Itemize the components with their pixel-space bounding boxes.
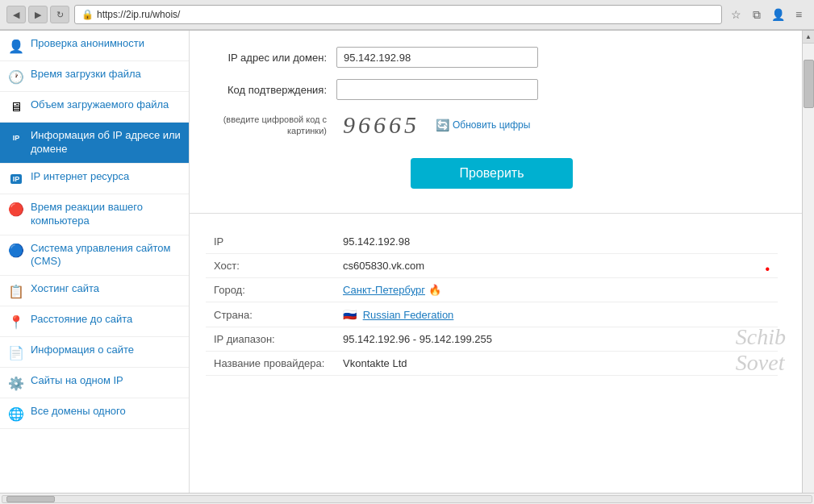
- sidebar-item-ip-resource[interactable]: IP IP интернет ресурса: [0, 164, 189, 194]
- sidebar-item-anonymity[interactable]: 👤 Проверка анонимности: [0, 31, 189, 61]
- all-domains-icon: 🌐: [8, 406, 24, 422]
- city-link[interactable]: Санкт-Петербург: [343, 284, 425, 296]
- browser-toolbar: ◀ ▶ ↻ 🔒 https://2ip.ru/whois/ ☆ ⧉ 👤 ≡: [0, 0, 814, 30]
- ip-field-label: IP адрес или домен:: [206, 52, 327, 64]
- sidebar-label-ip-resource: IP интернет ресурса: [31, 170, 129, 184]
- sidebar-label-site-info: Информация о сайте: [31, 344, 134, 357]
- sidebar-label-reaction: Время реакции вашего компьютера: [31, 201, 181, 228]
- country-result-label: Страна:: [206, 302, 335, 327]
- reaction-icon: 🔴: [8, 202, 24, 218]
- ip-result-value: 95.142.192.98: [335, 230, 778, 254]
- address-bar[interactable]: 🔒 https://2ip.ru/whois/: [74, 5, 722, 24]
- refresh-icon: 🔄: [436, 119, 449, 131]
- ip-resource-badge: IP: [10, 174, 23, 184]
- sidebar-item-hosting[interactable]: 📋 Хостинг сайта: [0, 276, 189, 306]
- hosting-icon: 📋: [8, 283, 24, 299]
- scrollbar-thumb[interactable]: [804, 60, 814, 108]
- sidebar-label-same-ip: Сайты на одном IP: [31, 374, 123, 388]
- forward-button[interactable]: ▶: [28, 6, 48, 23]
- distance-icon: 📍: [8, 314, 24, 330]
- captcha-row: (введите цифровой код с картинки) 96665 …: [206, 111, 778, 139]
- country-result-value: 🇷🇺 Russian Federation: [335, 302, 778, 327]
- sidebar-label-distance: Расстояние до сайта: [31, 313, 132, 327]
- ip-badge: IP: [10, 133, 23, 143]
- ip-input-row: IP адрес или домен:: [206, 47, 778, 68]
- bottom-scrollbar: [0, 493, 814, 504]
- sidebar-item-distance[interactable]: 📍 Расстояние до сайта: [0, 306, 189, 337]
- flag-icon: 🇷🇺: [343, 308, 357, 321]
- submit-button[interactable]: Проверить: [411, 158, 572, 189]
- same-ip-icon: ⚙️: [8, 375, 24, 391]
- sidebar-item-file-size[interactable]: 🖥 Объем загружаемого файла: [0, 92, 189, 123]
- code-input[interactable]: [336, 79, 538, 100]
- table-row-ip: IP 95.142.192.98: [206, 230, 778, 254]
- anonymity-icon: 👤: [8, 38, 24, 54]
- copy-icon[interactable]: ⧉: [748, 6, 766, 23]
- provider-result-value: Vkontakte Ltd: [335, 352, 778, 376]
- scrollbar-up-arrow[interactable]: ▲: [803, 31, 814, 44]
- sidebar-label-ip-info: Информация об IP адресе или домене: [31, 129, 181, 156]
- star-icon[interactable]: ☆: [727, 6, 745, 23]
- table-row-host: Хост: cs605830.vk.com: [206, 254, 778, 278]
- account-icon[interactable]: 👤: [769, 6, 787, 23]
- site-info-icon: 📄: [8, 344, 24, 360]
- results-table: IP 95.142.192.98 Хост: cs605830.vk.com Г…: [206, 230, 778, 376]
- reload-button[interactable]: ↻: [50, 6, 69, 23]
- city-result-value: Санкт-Петербург 🔥: [335, 278, 778, 302]
- back-button[interactable]: ◀: [6, 6, 26, 23]
- menu-icon[interactable]: ≡: [790, 6, 808, 23]
- bottom-scrollbar-track[interactable]: [2, 495, 812, 503]
- results-section: • IP 95.142.192.98 Хост: cs605830.vk.com…: [190, 214, 802, 392]
- city-result-label: Город:: [206, 278, 335, 302]
- sidebar-item-ip-info[interactable]: IP Информация об IP адресе или домене: [0, 123, 189, 164]
- provider-result-label: Название провайдера:: [206, 352, 335, 376]
- ip-resource-icon: IP: [8, 171, 24, 187]
- table-row-city: Город: Санкт-Петербург 🔥: [206, 278, 778, 302]
- browser-chrome: ◀ ▶ ↻ 🔒 https://2ip.ru/whois/ ☆ ⧉ 👤 ≡: [0, 0, 814, 31]
- red-dot: •: [765, 262, 770, 277]
- host-result-value: cs605830.vk.com: [335, 254, 778, 278]
- lock-icon: 🔒: [81, 9, 94, 20]
- sidebar-item-cms[interactable]: 🔵 Система управления сайтом (CMS): [0, 235, 189, 277]
- ip-result-label: IP: [206, 230, 335, 254]
- sidebar-label-anonymity: Проверка анонимности: [31, 37, 144, 51]
- sidebar-label-cms: Система управления сайтом (CMS): [31, 242, 181, 269]
- table-row-range: IP диапазон: 95.142.192.96 - 95.142.199.…: [206, 327, 778, 352]
- sidebar-item-download-time[interactable]: 🕐 Время загрузки файла: [0, 61, 189, 92]
- bottom-scrollbar-thumb[interactable]: [6, 496, 55, 502]
- range-result-value: 95.142.192.96 - 95.142.199.255: [335, 327, 778, 352]
- submit-row: Проверить: [206, 150, 778, 197]
- sidebar-item-all-domains[interactable]: 🌐 Все домены одного: [0, 398, 189, 429]
- scrollbar-track: ▲: [802, 31, 814, 493]
- ip-input[interactable]: [336, 47, 538, 68]
- sidebar-label-download-time: Время загрузки файла: [31, 68, 141, 81]
- sidebar-item-reaction[interactable]: 🔴 Время реакции вашего компьютера: [0, 194, 189, 235]
- sidebar-label-all-domains: Все домены одного: [31, 405, 126, 419]
- code-field-label: Код подтверждения:: [206, 84, 327, 96]
- host-result-label: Хост:: [206, 254, 335, 278]
- fire-icon: 🔥: [428, 284, 441, 296]
- file-size-icon: 🖥: [8, 99, 24, 115]
- refresh-label: Обновить цифры: [453, 119, 530, 131]
- sidebar-label-hosting: Хостинг сайта: [31, 282, 99, 296]
- browser-icons: ☆ ⧉ 👤 ≡: [727, 6, 808, 23]
- page-area: IP адрес или домен: Код подтверждения: (…: [190, 31, 802, 493]
- sidebar-label-file-size: Объем загружаемого файла: [31, 98, 169, 112]
- ip-info-icon: IP: [8, 130, 24, 146]
- sidebar-item-same-ip[interactable]: ⚙️ Сайты на одном IP: [0, 368, 189, 398]
- cms-icon: 🔵: [8, 243, 24, 259]
- code-input-row: Код подтверждения:: [206, 79, 778, 100]
- country-link[interactable]: Russian Federation: [363, 309, 454, 321]
- table-row-country: Страна: 🇷🇺 Russian Federation: [206, 302, 778, 327]
- refresh-link[interactable]: 🔄 Обновить цифры: [436, 119, 530, 131]
- nav-buttons: ◀ ▶ ↻: [6, 6, 69, 23]
- captcha-image: 96665: [343, 111, 420, 139]
- sidebar-item-site-info[interactable]: 📄 Информация о сайте: [0, 337, 189, 368]
- download-time-icon: 🕐: [8, 69, 24, 85]
- table-row-provider: Название провайдера: Vkontakte Ltd: [206, 352, 778, 376]
- range-result-label: IP диапазон:: [206, 327, 335, 352]
- sidebar: 👤 Проверка анонимности 🕐 Время загрузки …: [0, 31, 190, 493]
- main-content: 👤 Проверка анонимности 🕐 Время загрузки …: [0, 31, 814, 493]
- captcha-hint: (введите цифровой код с картинки): [206, 114, 327, 137]
- url-text: https://2ip.ru/whois/: [97, 9, 180, 20]
